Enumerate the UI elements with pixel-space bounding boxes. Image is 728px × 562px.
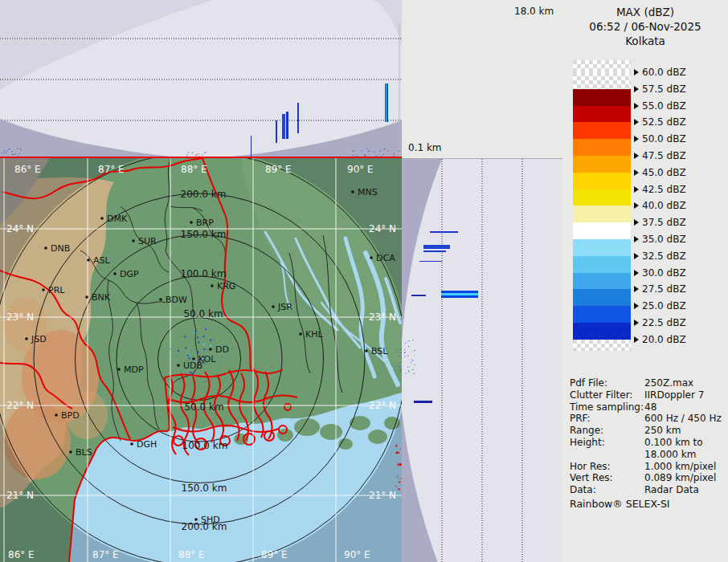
svg-text:89° E: 89° E: [261, 549, 288, 560]
station-label: SHD: [201, 515, 220, 525]
info-row: Hor Res:1.000 km/pixel: [570, 461, 726, 473]
tick-arrow-icon: [634, 253, 639, 259]
station-dot: [177, 364, 180, 367]
echo-column: [276, 120, 277, 143]
echo-column: [286, 112, 288, 139]
tick-arrow-icon: [634, 153, 639, 159]
echo-row: [423, 250, 446, 252]
dbz-threshold-label: 27.5 dBZ: [642, 283, 686, 295]
svg-text:23° N: 23° N: [369, 312, 396, 323]
svg-text:200.0 km: 200.0 km: [181, 189, 227, 200]
info-row: Range:250 km: [570, 425, 726, 437]
info-row: 18.000 km: [570, 449, 726, 461]
legend-entry: 52.5 dBZ: [634, 116, 686, 128]
tick-arrow-icon: [634, 103, 639, 109]
tick-arrow-icon: [634, 69, 639, 75]
colorbar-band: [573, 106, 631, 123]
legend-entry: 25.0 dBZ: [634, 299, 686, 312]
station-dot: [159, 298, 162, 301]
station-label: JSR: [277, 302, 292, 312]
dbz-colorbar: [573, 60, 631, 351]
top-cross-section-panel: [0, 0, 402, 158]
info-value: 0.100 km to: [644, 437, 703, 448]
echo-column: [282, 114, 285, 139]
info-row: Time sampling:48: [570, 401, 726, 413]
info-label: Clutter Filter:: [570, 389, 632, 401]
svg-text:86° E: 86° E: [14, 164, 41, 175]
dbz-threshold-label: 52.5 dBZ: [642, 116, 686, 128]
colorbar-band: [573, 72, 631, 89]
echo-column: [251, 136, 252, 157]
radar-display-window: 86° E87° E88° E89° E90° E86° E87° E88° E…: [0, 0, 728, 562]
colorbar-band: [573, 340, 631, 351]
station-dot: [25, 337, 28, 340]
info-row: Pdf File:250Z.max: [570, 377, 726, 389]
station-dot: [299, 332, 302, 336]
svg-text:150.0 km: 150.0 km: [182, 483, 227, 494]
station-label: ASL: [93, 255, 111, 266]
station-dot: [69, 450, 72, 454]
station-dot: [272, 305, 275, 308]
station-label: PRL: [48, 285, 65, 295]
svg-text:86° E: 86° E: [8, 549, 35, 560]
tick-arrow-icon: [634, 219, 639, 226]
svg-text:150.0 km: 150.0 km: [181, 229, 227, 240]
station-label: DNB: [51, 243, 70, 254]
info-row: Vert Res:0.089 km/pixel: [570, 472, 726, 484]
station-label: BRP: [196, 218, 214, 228]
tick-arrow-icon: [634, 186, 639, 193]
legend-entry: 57.5 dBZ: [634, 83, 686, 96]
info-value: 600 Hz / 450 Hz: [644, 413, 722, 424]
legend-entry: 35.0 dBZ: [634, 233, 686, 246]
station-label: DGP: [120, 269, 139, 279]
svg-text:88° E: 88° E: [178, 549, 205, 560]
station-dot: [55, 413, 58, 417]
info-value: Radar Data: [644, 484, 699, 495]
station-dot: [370, 256, 373, 259]
tick-arrow-icon: [634, 336, 639, 343]
tick-arrow-icon: [634, 236, 639, 242]
station-label: DGH: [137, 439, 157, 450]
echo-row: [441, 293, 478, 295]
station-dot: [113, 272, 117, 275]
echo-column: [297, 103, 299, 133]
dbz-threshold-label: 30.0 dBZ: [642, 267, 686, 279]
dbz-threshold-label: 50.0 dBZ: [642, 133, 686, 145]
svg-text:87° E: 87° E: [92, 549, 119, 560]
info-label: Time sampling:: [570, 401, 644, 413]
station-dot: [130, 442, 133, 446]
bottom-height-label: 0.1 km: [408, 142, 442, 153]
svg-text:21° N: 21° N: [369, 490, 396, 501]
station-dot: [365, 349, 368, 352]
tick-arrow-icon: [634, 202, 639, 209]
colorbar-band: [573, 222, 631, 239]
dbz-threshold-label: 57.5 dBZ: [642, 83, 686, 95]
station-dot: [85, 295, 88, 299]
info-value: 18.000 km: [644, 449, 696, 460]
station-dot: [194, 518, 198, 521]
info-label: Data:: [570, 484, 596, 495]
legend-entry: 27.5 dBZ: [634, 283, 686, 295]
echo-row: [419, 261, 442, 262]
station-dot: [211, 284, 214, 287]
tick-arrow-icon: [634, 86, 639, 92]
site-name: Kolkata: [562, 34, 728, 48]
info-value: 0.089 km/pixel: [644, 472, 716, 483]
station-label: BLS: [76, 447, 92, 458]
colorbar-band: [573, 173, 631, 189]
svg-text:89° E: 89° E: [265, 164, 292, 175]
station-label: BSL: [371, 346, 388, 356]
station-label: BDW: [166, 295, 187, 305]
station-label: MNS: [358, 187, 378, 198]
svg-text:22° N: 22° N: [6, 400, 34, 411]
station-label: KHL: [305, 329, 323, 340]
info-value: 48: [644, 401, 656, 413]
echo-column: [386, 83, 386, 122]
product-name: MAX (dBZ): [562, 5, 728, 19]
colorbar-band: [573, 122, 631, 139]
colorbar-band: [573, 256, 631, 273]
station-label: UDB: [183, 360, 202, 371]
svg-text:100.0 km: 100.0 km: [182, 440, 228, 451]
svg-text:21° N: 21° N: [6, 490, 34, 501]
station-label: KRG: [217, 281, 235, 291]
